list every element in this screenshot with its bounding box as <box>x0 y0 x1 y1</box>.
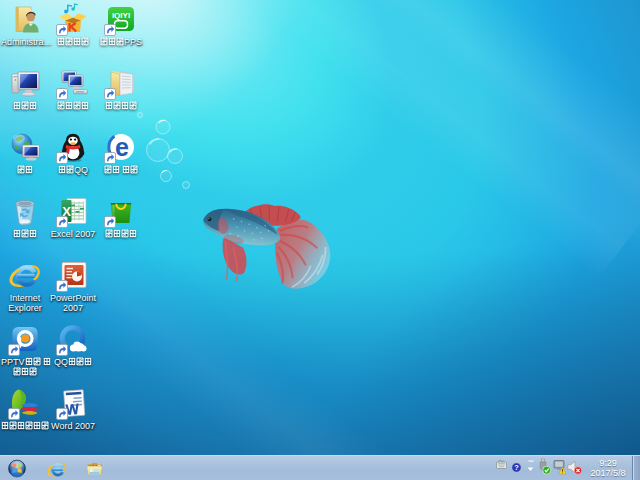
svg-text:?: ? <box>514 463 519 472</box>
